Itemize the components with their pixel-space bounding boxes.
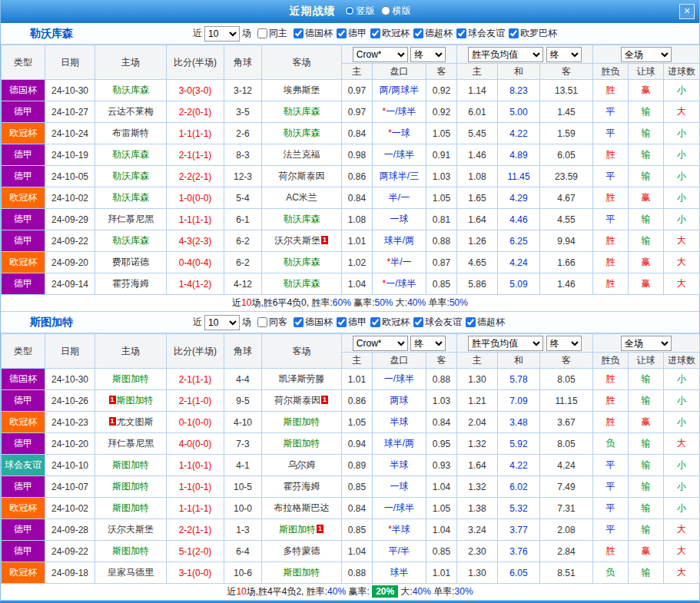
red-card-badge: 1 [109,417,116,426]
col-date: 日期 [45,45,95,80]
league-checkbox[interactable] [337,28,347,38]
summary-segment: 大: [398,586,413,597]
europe-away-odds-cell: 1.45 [540,101,593,123]
league-checkbox[interactable] [294,28,304,38]
league-filter-球会友谊[interactable]: 球会友谊 [413,316,462,329]
asian-home-odds-cell: 1.04 [342,541,373,562]
europe-stage-select[interactable]: 终 [546,47,582,62]
date-cell: 24-09-29 [45,209,95,230]
asian-home-odds-cell: 0.89 [342,455,373,476]
same-venue-checkbox[interactable] [257,317,267,327]
asian-home-odds-cell: 0.97 [342,80,373,101]
league-checkbox[interactable] [466,317,476,327]
scope-select[interactable]: 全场 [621,336,672,351]
team-name-text: 勒沃库森 [284,214,320,224]
europe-away-odds-cell: 23.59 [540,166,593,187]
layout-radio[interactable] [345,6,354,15]
date-cell: 24-10-02 [45,498,95,519]
league-checkbox[interactable] [456,28,466,38]
league-label: 德超杯 [477,316,505,329]
handicap-cell: 两/两球半 [373,80,426,101]
goals-result-cell: 小 [664,166,700,187]
score-cell: 1-0(0-0) [167,187,224,209]
home-team-cell: 拜仁慕尼黑 [95,209,167,230]
europe-odds-select[interactable]: 胜平负均值 [468,47,543,62]
team-name-text: 勒沃库森 [284,278,320,289]
league-filter-德甲[interactable]: 德甲 [337,316,367,329]
away-team-cell: 斯图加特 [262,562,342,584]
games-count-select[interactable]: 10 [204,26,240,41]
league-filter-球会友谊[interactable]: 球会友谊 [456,27,505,40]
scope-select[interactable]: 全场 [621,47,672,62]
league-filter-德甲[interactable]: 德甲 [337,27,367,40]
close-button[interactable]: × [679,4,695,19]
home-team-cell: 勒沃库森 [95,230,167,252]
score-cell: 4-0(0-0) [167,433,224,455]
same-venue-filter[interactable]: 同客 [257,316,287,329]
league-label: 德超杯 [425,27,453,40]
same-venue-label: 同客 [269,316,287,329]
summary-bar: 近10场,胜6平4负0, 胜率:60% 赢率:50% 大:40% 单率:50% [1,295,699,312]
team-name-text: 荷尔斯泰因 [279,171,325,181]
league-filter-德超杯[interactable]: 德超杯 [466,316,505,329]
handicap-result-cell: 赢 [629,187,664,209]
league-filter-德国杯[interactable]: 德国杯 [294,316,333,329]
col-type: 类型 [2,334,45,369]
league-filter-欧冠杯[interactable]: 欧冠杯 [370,316,410,329]
subcol-handicap-result: 让球 [629,353,664,369]
handicap-cell: 一/球半 [373,498,426,519]
league-checkbox[interactable] [413,317,423,327]
league-cell: 欧冠杯 [2,123,45,144]
league-checkbox[interactable] [370,28,380,38]
asian-home-odds-cell: 1.02 [342,252,373,273]
team-name-text: 勒沃库森 [112,235,149,246]
odds-company-select[interactable]: Crow* [353,336,408,351]
team-name-text: 云达不莱梅 [108,106,154,117]
same-venue-checkbox[interactable] [257,28,267,38]
subcol-europe-home-odds: 主 [457,64,498,80]
goals-result-cell: 小 [664,209,700,230]
layout-option-horizontal[interactable]: 横版 [381,5,411,18]
layout-radio[interactable] [381,6,390,15]
europe-stage-select[interactable]: 终 [546,336,582,351]
summary-segment: 赢率: [346,586,372,597]
team-name-text: 霍芬海姆 [112,278,149,289]
asian-away-odds-cell: 0.93 [426,455,457,476]
col-home: 主场 [95,334,167,369]
league-checkbox[interactable] [509,28,519,38]
score-cell: 1-1(0-1) [167,476,224,498]
summary-segment: 40% [327,586,346,597]
league-filter-德超杯[interactable]: 德超杯 [413,27,453,40]
league-filter-德国杯[interactable]: 德国杯 [294,27,333,40]
league-checkbox[interactable] [370,317,380,327]
same-venue-filter[interactable]: 同主 [257,27,287,40]
odds-stage-select[interactable]: 终 [410,336,446,351]
home-team-cell: 斯图加特 [95,476,167,498]
asian-home-odds-cell: 0.97 [342,101,373,123]
date-cell: 24-10-20 [45,433,95,455]
team-name: 勒沃库森 [30,27,193,41]
goals-result-cell: 小 [664,412,700,433]
subcol-europe-away-odds: 客 [540,64,593,80]
asian-home-odds-cell: 0.85 [342,476,373,498]
league-checkbox[interactable] [294,317,304,327]
odds-stage-select[interactable]: 终 [410,47,446,62]
handicap-result-cell: 输 [629,144,664,166]
odds-company-select[interactable]: Crow* [353,47,408,62]
goals-result-cell: 小 [664,390,700,412]
filters-bar: 近 10 场 同主 德国杯德甲欧冠杯德超杯球会友谊欧罗巴杯 [193,26,557,41]
matches-table: 类型 日期 主场 比分(半场) 角球 客场 Crow* 终 胜平负均值 终 [1,45,700,295]
league-filter-欧冠杯[interactable]: 欧冠杯 [370,27,410,40]
handicap-result-cell: 输 [629,433,664,455]
result-cell: 胜 [593,369,629,390]
europe-home-odds-cell: 1.30 [457,369,498,390]
games-count-select[interactable]: 10 [204,315,240,330]
league-checkbox[interactable] [337,317,347,327]
layout-option-vertical[interactable]: 竖版 [345,5,375,18]
asian-away-odds-cell: 1.03 [426,166,457,187]
europe-odds-select[interactable]: 胜平负均值 [468,336,543,351]
league-filter-欧罗巴杯[interactable]: 欧罗巴杯 [509,27,557,40]
home-team-cell: 拜仁慕尼黑 [95,433,167,455]
away-team-cell: 勒沃库森 [262,123,342,144]
league-checkbox[interactable] [413,28,423,38]
